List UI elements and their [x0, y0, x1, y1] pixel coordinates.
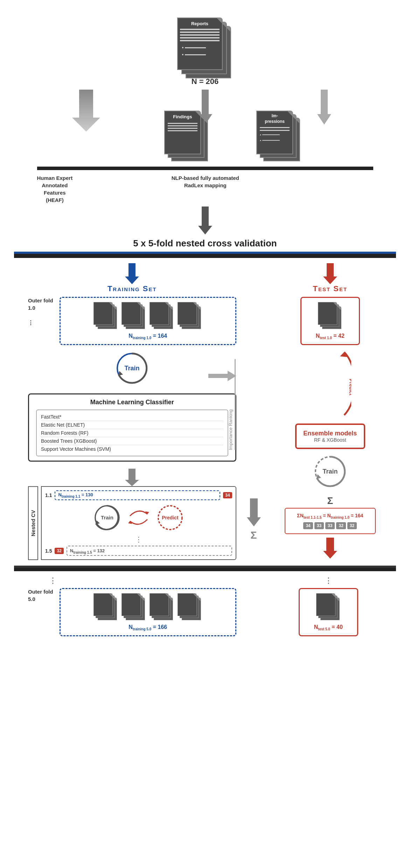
fold-1-5-box: Ntraining 1.5 = 132: [67, 546, 232, 556]
training-dashed-box-5: Ntraining 5.0 = 166: [60, 588, 236, 636]
fold-1-1-row: 1.1 Ntraining 1.1 = 130 34: [45, 490, 232, 500]
badge-33-2: 33: [325, 522, 335, 529]
svg-text:Predict: Predict: [162, 515, 179, 520]
svg-marker-18: [323, 263, 337, 284]
training-col: Training Set Outer fold1.0⋮: [14, 261, 243, 562]
ml-item-3: Boosted Trees (XGBoost): [41, 437, 223, 445]
ml-classifier-title: Machine Learning Classifier: [36, 399, 228, 406]
train-circle-svg: Train: [114, 351, 150, 386]
ml-items-inner: FastText* Elastic Net (ELNET) Random For…: [36, 410, 228, 456]
svg-marker-9: [125, 469, 139, 486]
n-test-1-label: Ntest 1.0 = 42: [316, 333, 345, 340]
sigma-symbol: Σ: [251, 529, 257, 541]
right-down-arrow: [314, 90, 335, 125]
outer-fold-5-row: Outer fold5.0: [28, 588, 236, 636]
n-training-1-label: Ntraining 1.0 = 164: [65, 333, 231, 340]
fold-1-1-badge: 34: [223, 492, 232, 498]
ml-item-0: FastText*: [41, 413, 223, 421]
fold-1-5-n: Ntraining 1.5 = 132: [70, 548, 105, 553]
badge-34: 34: [303, 522, 313, 529]
fold-5-right: ⋮ Ntest 5.0 = 40: [261, 576, 396, 636]
nested-predict-svg: Predict: [156, 504, 184, 532]
reports-doc-stack: Reports • •: [177, 18, 233, 74]
svg-marker-22: [316, 474, 321, 479]
bottom-annotation-labels: Human ExpertAnnotatedFeatures(HEAF) NLP-…: [37, 174, 373, 204]
heaf-label: Human ExpertAnnotatedFeatures(HEAF): [37, 174, 73, 204]
ml-classifier-box: Machine Learning Classifier FastText* El…: [28, 393, 236, 462]
thick-divider: [14, 254, 396, 258]
center-arrow-2: [37, 206, 373, 234]
svg-marker-6: [118, 371, 123, 376]
ml-item-1: Elastic Net (ELNET): [41, 421, 223, 429]
svg-text:Predict: Predict: [348, 379, 351, 396]
arrow-to-nested: [121, 469, 143, 486]
doc-stack-4: [178, 302, 202, 330]
training-docs-row-5: [65, 593, 231, 621]
findings-label: Findings: [165, 111, 200, 119]
ensemble-title: Ensemble models: [303, 430, 357, 437]
svg-marker-3: [198, 206, 212, 234]
doc-stack-2: [121, 302, 146, 330]
doc-stack-5-4: [178, 593, 202, 621]
doc-stack-5-2: [121, 593, 146, 621]
left-big-arrow: [69, 90, 104, 132]
main-down-arrow: [195, 206, 216, 234]
doc-stack-5-1: [93, 593, 118, 621]
test-doc-stack-1: [318, 302, 342, 330]
main-content: Training Set Outer fold1.0⋮: [14, 261, 396, 562]
ensemble-train-svg: Train: [313, 454, 348, 489]
svg-marker-4: [125, 263, 139, 284]
left-arrow-section: [48, 90, 125, 132]
ml-item-4: Support Vector Machines (SVM): [41, 445, 223, 453]
badge-33-1: 33: [314, 522, 324, 529]
fold-1-5-row: 1.5 32 Ntraining 1.5 = 132: [45, 546, 232, 556]
blue-arrow-top: [121, 263, 143, 284]
findings-section: Findings: [164, 111, 210, 160]
train-circle-wrapper: Train: [114, 351, 150, 387]
test-set-box-5: Ntest 5.0 = 40: [299, 588, 358, 636]
badge-32-1: 32: [336, 522, 346, 529]
cv-label: 5 x 5-fold nested cross validation: [14, 238, 396, 249]
training-dashed-box: Ntraining 1.0 = 164: [60, 297, 236, 345]
outer-fold-5-label: Outer fold5.0: [28, 588, 56, 603]
fold-1-5-badge: 32: [55, 548, 63, 554]
nested-cv-label: Nested CV: [28, 486, 38, 560]
n-test-5-label: Ntest 5.0 = 40: [314, 624, 343, 631]
svg-marker-24: [323, 538, 337, 559]
top-section: Reports • •: [14, 7, 396, 234]
sum-box: ΣNtest 1.1-1.5 = Ntraining 1.0 = 164 34 …: [285, 508, 376, 534]
sigma-arrow: [245, 498, 263, 526]
ml-item-2: Random Forests (RF): [41, 429, 223, 437]
svg-text:Train: Train: [322, 468, 338, 475]
svg-text:Train: Train: [125, 365, 140, 372]
training-docs-row: [65, 302, 231, 330]
nested-cv-wrapper: Nested CV 1.1 Ntraining 1.1 = 130 34: [28, 486, 236, 560]
sum-formula: ΣNtest 1.1-1.5 = Ntraining 1.0 = 164: [290, 513, 371, 519]
top-thick-bar: [37, 167, 373, 170]
outer-fold-5-section: ⋮ Outer fold5.0: [14, 576, 396, 636]
n-training-5-label: Ntraining 5.0 = 166: [65, 624, 231, 631]
test-set-box-1: Ntest 1.0 = 42: [300, 297, 360, 345]
bottom-bar-2: [14, 568, 396, 571]
sigma-right: Σ: [327, 495, 333, 506]
curved-arrows: [128, 507, 149, 528]
predict-curved-svg: Predict: [309, 349, 351, 419]
fold-1-5-label: 1.5: [45, 548, 52, 554]
svg-marker-0: [72, 90, 100, 132]
doc-stack-1: [93, 302, 118, 330]
badge-32-2: 32: [347, 522, 357, 529]
doc-stack-5-3: [150, 593, 174, 621]
svg-text:Train: Train: [101, 514, 113, 520]
outer-fold-1-row: Outer fold1.0⋮: [28, 297, 236, 345]
svg-marker-17: [247, 498, 261, 526]
test-set-label: Test Set: [313, 284, 348, 293]
fold-5-dots: ⋮: [49, 576, 57, 585]
nested-cv-content: 1.1 Ntraining 1.1 = 130 34 Train: [41, 486, 236, 560]
svg-marker-2: [317, 90, 331, 125]
red-arrow-top: [320, 263, 341, 284]
red-dashed-arrow: [321, 538, 339, 559]
doc-stack-3: [150, 302, 174, 330]
impressions-section: Im-pressions • •: [256, 111, 302, 160]
fold-1-1-label: 1.1: [45, 492, 52, 498]
nested-train-svg: Train: [93, 504, 121, 532]
